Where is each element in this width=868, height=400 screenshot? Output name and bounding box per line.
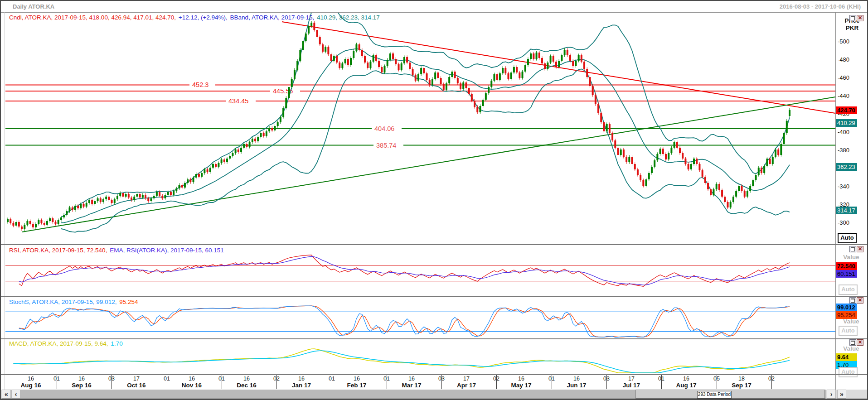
price-tick-label: -460 xyxy=(838,74,849,81)
day-tick-label: 03 xyxy=(108,376,115,382)
day-tick-label: 01 xyxy=(548,376,555,382)
macd-chart[interactable] xyxy=(5,347,835,373)
day-tick-label: 16 xyxy=(354,376,360,382)
scroll-first-button[interactable]: « xyxy=(2,390,11,399)
minimize-panel-icon[interactable] xyxy=(849,297,856,304)
current-value-tag: 95.254 xyxy=(836,311,857,319)
legend-text: MACD, ATOR.KA, 2017-09-15, 9.64, xyxy=(9,340,110,347)
day-tick-label: 01 xyxy=(658,376,664,382)
data-period-label: 293 Data Period xyxy=(697,391,732,399)
day-tick-label: 01 xyxy=(329,376,335,382)
main-price-chart[interactable]: 452.3445.55434.45404.06385.74 xyxy=(5,13,835,244)
panel-divider[interactable] xyxy=(1,244,867,245)
day-tick-label: 03 xyxy=(603,376,610,382)
current-value-tag: 99.012 xyxy=(836,304,857,311)
rsi-ema-line xyxy=(19,256,790,285)
panel-divider xyxy=(1,374,867,375)
scroll-next-button[interactable]: › xyxy=(827,390,836,399)
legend-text: 410.29, 362.23, 314.17 xyxy=(317,14,380,21)
legend-text: RSI, ATOR.KA, 2017-09-15, 72.540, xyxy=(9,247,107,254)
day-tick-label: 01 xyxy=(164,376,170,382)
auto-scale-button[interactable]: Auto xyxy=(839,326,858,336)
day-tick-label: 17 xyxy=(628,376,635,382)
window-title-bar[interactable]: Daily ATOR.KA 2016-08-03 - 2017-10-06 (K… xyxy=(1,1,867,13)
day-tick-label: 05 xyxy=(713,376,720,382)
plot-left-edge xyxy=(5,12,5,390)
legend-text: Cndl, ATOR.KA, 2017-09-15, 418.00, 426.9… xyxy=(9,14,176,21)
macd-signal-line xyxy=(13,351,790,373)
price-level-label: 452.3 xyxy=(192,81,209,88)
month-label: Jan 17 xyxy=(292,382,311,389)
stochastic-legend: StochS, ATOR.KA, 2017-09-15, 99.012, 95.… xyxy=(9,299,139,305)
day-tick-label: 17 xyxy=(133,376,140,382)
month-label: Nov 16 xyxy=(182,382,202,389)
scroll-last-button[interactable]: » xyxy=(837,390,846,399)
close-panel-icon[interactable]: ✕ xyxy=(857,339,863,346)
legend-text: 95.254 xyxy=(119,299,138,305)
price-axis-currency: PKR xyxy=(839,24,866,31)
day-tick-label: 16 xyxy=(78,376,85,382)
axis-column-divider xyxy=(835,12,836,390)
panel-divider[interactable] xyxy=(1,296,867,297)
macd-legend: MACD, ATOR.KA, 2017-09-15, 9.64, 1.70 xyxy=(9,340,124,347)
close-panel-icon[interactable]: ✕ xyxy=(857,246,863,252)
day-tick-label: 16 xyxy=(408,376,415,382)
day-tick-label: 16 xyxy=(683,376,689,382)
minimize-panel-icon[interactable] xyxy=(849,15,856,21)
minimize-panel-icon[interactable] xyxy=(849,339,856,346)
auto-scale-button[interactable]: Auto xyxy=(839,367,858,377)
price-tick-label: -480 xyxy=(838,56,849,63)
day-tick-label: 01 xyxy=(218,376,225,382)
main-chart-legend: Cndl, ATOR.KA, 2017-09-15, 418.00, 426.9… xyxy=(9,14,381,21)
day-tick-label: 16 xyxy=(518,376,524,382)
minimize-panel-icon[interactable] xyxy=(849,246,856,252)
close-panel-icon[interactable]: ✕ xyxy=(857,15,863,21)
stochastic-chart[interactable] xyxy=(5,303,835,338)
day-tick-label: 02 xyxy=(768,376,775,382)
auto-scale-button[interactable]: Auto xyxy=(839,284,858,295)
day-tick-label: 16 xyxy=(573,376,580,382)
month-label: Feb 17 xyxy=(347,382,367,389)
month-label: Mar 17 xyxy=(402,382,422,389)
month-label: Aug 17 xyxy=(676,382,696,389)
down-trendline xyxy=(282,22,835,113)
price-level-label: 434.45 xyxy=(228,97,248,105)
chart-window: Daily ATOR.KA 2016-08-03 - 2017-10-06 (K… xyxy=(0,0,868,400)
current-value-tag: 410.29 xyxy=(836,119,857,127)
legend-text: +12.12, (+2.94%), xyxy=(177,14,228,21)
window-title: Daily ATOR.KA xyxy=(13,3,54,10)
price-tick-label: -500 xyxy=(838,38,849,45)
value-axis-title: Value xyxy=(839,318,864,325)
close-panel-icon[interactable]: ✕ xyxy=(857,297,863,304)
price-level-label: 404.06 xyxy=(374,125,394,132)
current-value-tag: 60.151 xyxy=(836,270,857,278)
current-value-tag: 362.23 xyxy=(836,163,857,171)
current-value-tag: 9.64 xyxy=(836,353,857,361)
day-tick-label: 01 xyxy=(383,376,390,382)
bollinger-band-line xyxy=(61,49,790,223)
bollinger-band-line xyxy=(61,13,790,217)
day-tick-label: 16 xyxy=(243,376,250,382)
rsi-chart[interactable] xyxy=(5,255,835,295)
price-level-label: 385.74 xyxy=(376,142,396,149)
month-label: Apr 17 xyxy=(457,382,476,389)
day-tick-label: 18 xyxy=(738,376,745,382)
day-tick-label: 01 xyxy=(53,376,60,382)
legend-text: EMA, RSI(ATOR.KA), 2017-09-15, 60.151 xyxy=(108,247,223,254)
legend-text: StochS, ATOR.KA, 2017-09-15, 99.012, xyxy=(9,299,118,305)
price-tick-label: -400 xyxy=(838,129,849,135)
day-tick-label: 02 xyxy=(493,376,499,382)
price-tick-label: -380 xyxy=(838,147,849,154)
value-axis-title: Value xyxy=(839,254,864,260)
scroll-prev-button[interactable]: ‹ xyxy=(11,390,20,399)
price-tick-label: -300 xyxy=(838,219,849,226)
legend-text: BBand, ATOR.KA, 2017-09-15, xyxy=(228,14,316,21)
date-range-label: 2016-08-03 - 2017-10-06 (KHI) xyxy=(780,3,861,10)
panel-divider[interactable] xyxy=(1,338,867,339)
day-tick-label: 16 xyxy=(28,376,34,382)
day-tick-label: 02 xyxy=(273,376,280,382)
month-label: Jun 17 xyxy=(567,382,587,389)
auto-scale-button[interactable]: Auto xyxy=(838,233,857,243)
current-value-tag: 424.70 xyxy=(836,106,857,114)
month-label: Oct 16 xyxy=(127,382,145,389)
